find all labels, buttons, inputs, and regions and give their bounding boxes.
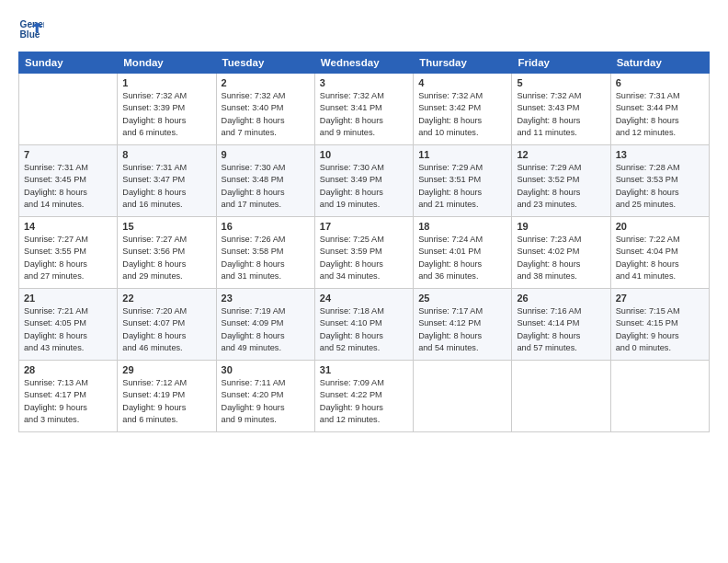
week-row-3: 14Sunrise: 7:27 AM Sunset: 3:55 PM Dayli… [19, 217, 710, 289]
day-info: Sunrise: 7:32 AM Sunset: 3:40 PM Dayligh… [222, 90, 310, 139]
day-cell: 5Sunrise: 7:32 AM Sunset: 3:43 PM Daylig… [512, 74, 610, 145]
day-number: 2 [222, 77, 310, 88]
col-header-sunday: Sunday [19, 52, 118, 74]
day-cell [610, 361, 709, 432]
day-number: 24 [320, 293, 408, 304]
day-number: 19 [517, 221, 605, 232]
logo-icon: General Blue [18, 17, 44, 42]
day-cell: 20Sunrise: 7:22 AM Sunset: 4:04 PM Dayli… [610, 217, 709, 289]
day-info: Sunrise: 7:09 AM Sunset: 4:22 PM Dayligh… [320, 377, 408, 426]
day-cell: 23Sunrise: 7:19 AM Sunset: 4:09 PM Dayli… [216, 289, 314, 361]
day-info: Sunrise: 7:30 AM Sunset: 3:49 PM Dayligh… [320, 162, 408, 211]
day-cell: 18Sunrise: 7:24 AM Sunset: 4:01 PM Dayli… [414, 217, 512, 289]
day-number: 18 [418, 221, 506, 232]
day-cell: 29Sunrise: 7:12 AM Sunset: 4:19 PM Dayli… [118, 361, 216, 432]
day-cell: 26Sunrise: 7:16 AM Sunset: 4:14 PM Dayli… [512, 289, 610, 361]
col-header-saturday: Saturday [610, 52, 709, 74]
week-row-5: 28Sunrise: 7:13 AM Sunset: 4:17 PM Dayli… [19, 361, 710, 432]
day-info: Sunrise: 7:32 AM Sunset: 3:39 PM Dayligh… [122, 90, 210, 139]
day-cell: 13Sunrise: 7:28 AM Sunset: 3:53 PM Dayli… [610, 145, 709, 217]
day-info: Sunrise: 7:28 AM Sunset: 3:53 PM Dayligh… [616, 162, 704, 211]
day-info: Sunrise: 7:19 AM Sunset: 4:09 PM Dayligh… [222, 305, 310, 354]
day-cell [512, 361, 610, 432]
day-cell: 9Sunrise: 7:30 AM Sunset: 3:48 PM Daylig… [216, 145, 314, 217]
day-cell: 28Sunrise: 7:13 AM Sunset: 4:17 PM Dayli… [19, 361, 118, 432]
day-number: 25 [418, 293, 506, 304]
day-number: 12 [517, 149, 605, 160]
day-cell: 30Sunrise: 7:11 AM Sunset: 4:20 PM Dayli… [216, 361, 314, 432]
day-info: Sunrise: 7:13 AM Sunset: 4:17 PM Dayligh… [24, 377, 112, 426]
day-info: Sunrise: 7:22 AM Sunset: 4:04 PM Dayligh… [616, 234, 704, 282]
day-info: Sunrise: 7:20 AM Sunset: 4:07 PM Dayligh… [122, 305, 210, 354]
col-header-tuesday: Tuesday [216, 52, 314, 74]
day-number: 11 [418, 149, 506, 160]
day-number: 16 [222, 221, 310, 232]
day-info: Sunrise: 7:31 AM Sunset: 3:47 PM Dayligh… [122, 162, 210, 211]
day-number: 30 [222, 364, 310, 375]
day-cell [19, 74, 118, 145]
day-cell: 15Sunrise: 7:27 AM Sunset: 3:56 PM Dayli… [118, 217, 216, 289]
day-cell: 31Sunrise: 7:09 AM Sunset: 4:22 PM Dayli… [314, 361, 413, 432]
week-row-1: 1Sunrise: 7:32 AM Sunset: 3:39 PM Daylig… [19, 74, 710, 145]
day-info: Sunrise: 7:23 AM Sunset: 4:02 PM Dayligh… [517, 234, 605, 282]
day-number: 8 [122, 149, 210, 160]
day-info: Sunrise: 7:18 AM Sunset: 4:10 PM Dayligh… [320, 305, 408, 354]
day-cell: 6Sunrise: 7:31 AM Sunset: 3:44 PM Daylig… [610, 74, 709, 145]
day-number: 6 [616, 77, 704, 88]
day-info: Sunrise: 7:31 AM Sunset: 3:45 PM Dayligh… [24, 162, 112, 211]
day-number: 7 [24, 149, 112, 160]
header: General Blue [18, 17, 710, 42]
day-info: Sunrise: 7:32 AM Sunset: 3:43 PM Dayligh… [517, 90, 605, 139]
day-cell: 3Sunrise: 7:32 AM Sunset: 3:41 PM Daylig… [314, 74, 413, 145]
day-info: Sunrise: 7:30 AM Sunset: 3:48 PM Dayligh… [222, 162, 310, 211]
day-number: 20 [616, 221, 704, 232]
day-cell: 21Sunrise: 7:21 AM Sunset: 4:05 PM Dayli… [19, 289, 118, 361]
day-info: Sunrise: 7:27 AM Sunset: 3:55 PM Dayligh… [24, 234, 112, 282]
day-number: 1 [122, 77, 210, 88]
day-info: Sunrise: 7:16 AM Sunset: 4:14 PM Dayligh… [517, 305, 605, 354]
week-row-2: 7Sunrise: 7:31 AM Sunset: 3:45 PM Daylig… [19, 145, 710, 217]
calendar-table: SundayMondayTuesdayWednesdayThursdayFrid… [18, 52, 710, 432]
day-info: Sunrise: 7:25 AM Sunset: 3:59 PM Dayligh… [320, 234, 408, 282]
day-number: 27 [616, 293, 704, 304]
col-header-monday: Monday [118, 52, 216, 74]
day-info: Sunrise: 7:17 AM Sunset: 4:12 PM Dayligh… [418, 305, 506, 354]
day-number: 21 [24, 293, 112, 304]
day-number: 9 [222, 149, 310, 160]
day-cell: 12Sunrise: 7:29 AM Sunset: 3:52 PM Dayli… [512, 145, 610, 217]
day-cell: 17Sunrise: 7:25 AM Sunset: 3:59 PM Dayli… [314, 217, 413, 289]
day-info: Sunrise: 7:32 AM Sunset: 3:41 PM Dayligh… [320, 90, 408, 139]
day-cell: 25Sunrise: 7:17 AM Sunset: 4:12 PM Dayli… [414, 289, 512, 361]
col-header-thursday: Thursday [414, 52, 512, 74]
day-cell: 19Sunrise: 7:23 AM Sunset: 4:02 PM Dayli… [512, 217, 610, 289]
day-cell: 1Sunrise: 7:32 AM Sunset: 3:39 PM Daylig… [118, 74, 216, 145]
day-number: 23 [222, 293, 310, 304]
day-cell: 16Sunrise: 7:26 AM Sunset: 3:58 PM Dayli… [216, 217, 314, 289]
day-info: Sunrise: 7:31 AM Sunset: 3:44 PM Dayligh… [616, 90, 704, 139]
day-info: Sunrise: 7:27 AM Sunset: 3:56 PM Dayligh… [122, 234, 210, 282]
day-number: 29 [122, 364, 210, 375]
day-number: 4 [418, 77, 506, 88]
col-header-wednesday: Wednesday [314, 52, 413, 74]
day-number: 5 [517, 77, 605, 88]
day-cell: 24Sunrise: 7:18 AM Sunset: 4:10 PM Dayli… [314, 289, 413, 361]
day-info: Sunrise: 7:29 AM Sunset: 3:51 PM Dayligh… [418, 162, 506, 211]
day-info: Sunrise: 7:32 AM Sunset: 3:42 PM Dayligh… [418, 90, 506, 139]
day-number: 31 [320, 364, 408, 375]
day-cell: 14Sunrise: 7:27 AM Sunset: 3:55 PM Dayli… [19, 217, 118, 289]
day-cell: 7Sunrise: 7:31 AM Sunset: 3:45 PM Daylig… [19, 145, 118, 217]
day-info: Sunrise: 7:21 AM Sunset: 4:05 PM Dayligh… [24, 305, 112, 354]
day-cell: 27Sunrise: 7:15 AM Sunset: 4:15 PM Dayli… [610, 289, 709, 361]
day-number: 17 [320, 221, 408, 232]
day-info: Sunrise: 7:15 AM Sunset: 4:15 PM Dayligh… [616, 305, 704, 354]
week-row-4: 21Sunrise: 7:21 AM Sunset: 4:05 PM Dayli… [19, 289, 710, 361]
col-header-friday: Friday [512, 52, 610, 74]
day-cell: 4Sunrise: 7:32 AM Sunset: 3:42 PM Daylig… [414, 74, 512, 145]
day-number: 28 [24, 364, 112, 375]
day-cell: 10Sunrise: 7:30 AM Sunset: 3:49 PM Dayli… [314, 145, 413, 217]
day-number: 13 [616, 149, 704, 160]
day-number: 14 [24, 221, 112, 232]
day-number: 15 [122, 221, 210, 232]
day-number: 3 [320, 77, 408, 88]
day-info: Sunrise: 7:29 AM Sunset: 3:52 PM Dayligh… [517, 162, 605, 211]
